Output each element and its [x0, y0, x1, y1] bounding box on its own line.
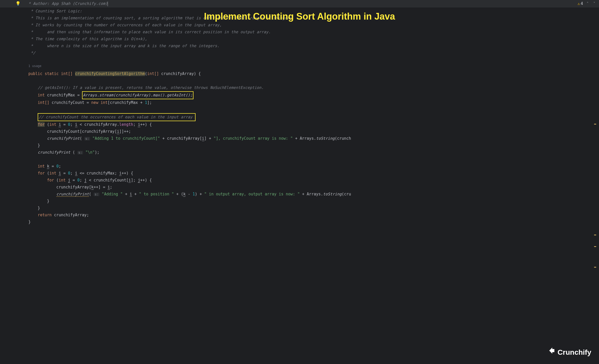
comment-line: */ [28, 51, 35, 55]
print-newline-call: crunchifyPrint ( s: "\n"); [28, 149, 599, 156]
warnings-badge[interactable]: ⚠ 4 [578, 0, 583, 7]
crunchify-max-declaration: int crunchifyMax = Arrays.stream(crunchi… [28, 91, 599, 99]
comment-line: * The time complexity of this algorithm … [28, 37, 147, 41]
outer-for-loop: for (int i = 0; i <= crunchifyMax; i++) … [28, 170, 599, 177]
comment-line: * and then using that information to pla… [28, 30, 271, 34]
inner-for-loop: for (int j = 0; j < crunchifyCount[i]; j… [28, 177, 599, 184]
vertical-scrollbar[interactable] [594, 9, 597, 364]
lightbulb-icon[interactable]: 💡 [15, 0, 21, 7]
warning-count: 4 [581, 0, 583, 7]
chevron-down-icon[interactable]: ˅ [592, 0, 596, 7]
top-bar-code-preview: * Author: App Shah (Crunchify.com) [21, 0, 578, 7]
assignment-line: crunchifyArray[k++] = i; [28, 184, 599, 191]
top-bar-right-controls: ⚠ 4 ˄ ˅ [578, 0, 596, 7]
for-loop-line: for (int i = 0; i < crunchifyArray.lengt… [28, 121, 599, 128]
scrollbar-warning-marker[interactable] [594, 246, 596, 247]
comment-line: // getAsInt(): If a value is present, re… [38, 85, 264, 90]
method-signature-line: public static int[] crunchifyCountingSor… [28, 70, 599, 77]
code-editor-area[interactable]: * Counting Sort Logic: * This is an impl… [0, 8, 599, 226]
scrollbar-warning-marker[interactable] [594, 267, 596, 268]
comment-line: * Counting Sort Logic: [28, 9, 82, 13]
scrollbar-warning-marker[interactable] [594, 124, 596, 125]
warning-triangle-icon: ⚠ [578, 0, 580, 7]
scrollbar-warning-marker[interactable] [594, 235, 596, 235]
crunchify-logo-text: Crunchify [557, 346, 591, 359]
highlight-box-arrays-stream: Arrays.stream(crunchifyArray).max().getA… [82, 91, 193, 99]
title-overlay: Implement Counting Sort Algorithm in Jav… [204, 8, 395, 25]
return-statement: return crunchifyArray; [28, 212, 599, 219]
comment-line: * where n is the size of the input array… [28, 44, 220, 48]
print-call-line: crunchifyPrint( s: "Adding 1 to crunchif… [28, 135, 599, 142]
usage-count-label[interactable]: 1 usage [28, 63, 599, 70]
editor-top-bar: 💡 * Author: App Shah (Crunchify.com) ⚠ 4… [0, 0, 599, 8]
crunchify-count-declaration: int[] crunchifyCount = new int[crunchify… [28, 99, 599, 106]
crunchify-logo: Crunchify [547, 346, 591, 359]
highlight-box-comment: // crunchifyCount the occurrences of eac… [38, 113, 196, 121]
crunchify-logo-icon [547, 346, 555, 359]
comment-line: * It works by counting the number of occ… [28, 23, 222, 27]
chevron-up-icon[interactable]: ˄ [586, 0, 590, 7]
increment-line: crunchifyCount[crunchifyArray[i]]++; [28, 128, 599, 135]
print-output-call: crunchifyPrint( s: "Adding " + i + " to … [28, 191, 599, 198]
k-declaration: int k = 0; [28, 163, 599, 170]
